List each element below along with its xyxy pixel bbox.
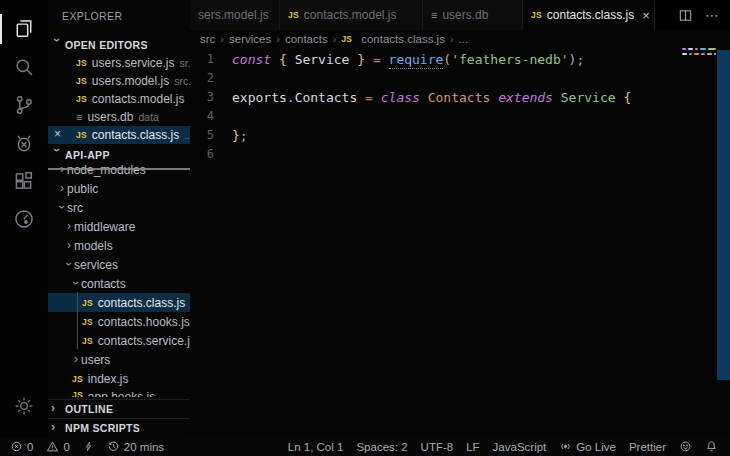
outline-section-header[interactable]: › OUTLINE — [48, 399, 190, 418]
editor-tab[interactable]: JScontacts.class.js× — [523, 0, 655, 30]
close-icon[interactable]: × — [54, 127, 61, 141]
tab-label: users.db — [442, 8, 488, 22]
open-editors-section-header[interactable]: › OPEN EDITORS — [48, 36, 190, 54]
status-item-bell[interactable] — [705, 440, 718, 453]
status-bar: 0020 mins Ln 1, Col 1Spaces: 2UTF-8LFJav… — [0, 437, 730, 456]
status-item-history[interactable]: 20 mins — [107, 440, 164, 453]
tree-item[interactable]: JSapp.hooks.js — [48, 388, 190, 397]
open-editor-item[interactable]: JScontacts.model.js... — [48, 90, 190, 108]
line-number: 4 — [190, 107, 232, 126]
editor-tab[interactable]: ≡users.db — [423, 0, 523, 30]
breadcrumb-item[interactable]: contacts — [285, 33, 328, 45]
database-file-icon: ≡ — [76, 111, 82, 123]
js-file-icon: JS — [76, 130, 87, 140]
tree-item-label: services — [74, 258, 118, 272]
tree-item[interactable]: ›models — [48, 236, 190, 255]
status-item[interactable]: UTF-8 — [421, 441, 454, 453]
tree-item-label: contacts — [81, 277, 126, 291]
tree-item[interactable]: ›users — [48, 350, 190, 369]
scrollbar[interactable] — [717, 50, 730, 380]
js-file-icon: JS — [76, 58, 87, 68]
vscode-window: EXPLORER › OPEN EDITORS JSusers.service.… — [0, 0, 730, 456]
chevron-down-icon: › — [51, 38, 63, 50]
activity-search-icon[interactable] — [0, 48, 48, 86]
tree-item[interactable]: JSindex.js — [48, 369, 190, 388]
tree-item-label: middleware — [74, 220, 135, 234]
breadcrumb-separator: › — [276, 33, 280, 45]
code-line: 2 — [190, 69, 730, 88]
tabs: sers.model.jsJScontacts.model.js≡users.d… — [190, 0, 655, 30]
chevron-right-icon: › — [51, 421, 63, 433]
breadcrumb-separator: › — [333, 33, 337, 45]
settings-gear-icon[interactable] — [0, 387, 48, 425]
breadcrumb: src›services›contacts›JScontacts.class.j… — [190, 30, 730, 48]
explorer-sidebar: EXPLORER › OPEN EDITORS JSusers.service.… — [48, 0, 190, 437]
tree-item[interactable]: JScontacts.hooks.js — [48, 312, 190, 331]
editor-tab[interactable]: JScontacts.model.js — [280, 0, 423, 30]
database-file-icon: ≡ — [431, 9, 437, 21]
file-tree: ›node_modules›public›src›middleware›mode… — [48, 160, 190, 397]
activity-source-control-icon[interactable] — [0, 86, 48, 124]
open-editor-label: users.model.js — [92, 74, 169, 88]
breadcrumb-item[interactable]: src — [200, 33, 215, 45]
code-editor[interactable]: 1const { Service } = require('feathers-n… — [190, 48, 730, 437]
activity-debug-icon[interactable] — [0, 124, 48, 162]
chevron-down-icon: › — [51, 148, 63, 160]
status-item[interactable]: Ln 1, Col 1 — [288, 441, 344, 453]
tree-item[interactable]: ›middleware — [48, 217, 190, 236]
status-item[interactable]: Prettier — [629, 441, 666, 453]
tree-item[interactable]: ›contacts — [48, 274, 190, 293]
activity-extensions-icon[interactable] — [0, 162, 48, 200]
js-file-icon: JS — [341, 34, 352, 44]
tree-item[interactable]: ›services — [48, 255, 190, 274]
tree-item[interactable]: ›src — [48, 198, 190, 217]
code-line: 4 — [190, 107, 730, 126]
status-item[interactable]: Spaces: 2 — [356, 441, 407, 453]
breadcrumb-item[interactable]: JScontacts.class.js — [341, 33, 445, 45]
status-item-warning[interactable]: 0 — [46, 440, 69, 453]
tree-item-label: src — [67, 201, 83, 215]
breadcrumb-separator: › — [450, 33, 454, 45]
open-editor-detail: src... — [174, 75, 190, 87]
open-editor-label: users.service.js — [92, 56, 175, 70]
open-editor-item[interactable]: ×JScontacts.class.js... — [48, 126, 190, 144]
breadcrumb-item[interactable]: services — [229, 33, 271, 45]
open-editor-item[interactable]: JSusers.model.jssrc... — [48, 72, 190, 90]
status-item-smiley[interactable] — [679, 440, 692, 453]
indent-guide — [77, 292, 78, 349]
activity-explorer-icon[interactable] — [0, 10, 48, 48]
status-item[interactable]: LF — [466, 441, 479, 453]
npm-scripts-section-header[interactable]: › NPM SCRIPTS — [48, 418, 190, 437]
tree-item-label: contacts.service.js — [98, 334, 190, 348]
editor-tab[interactable]: sers.model.js — [190, 0, 280, 30]
breadcrumb-separator: › — [220, 33, 224, 45]
chevron-right-icon: › — [51, 402, 63, 414]
chevron-down-icon: › — [56, 205, 68, 209]
line-number: 2 — [190, 69, 232, 88]
tree-item-label: index.js — [88, 372, 129, 386]
status-item-error[interactable]: 0 — [10, 440, 33, 453]
tree-item-label: contacts.class.js — [98, 296, 185, 310]
status-item-zap[interactable] — [83, 441, 94, 452]
line-number: 1 — [190, 50, 232, 69]
js-file-icon: JS — [76, 94, 87, 104]
breadcrumb-item[interactable]: ... — [459, 33, 469, 45]
js-file-icon: JS — [76, 76, 87, 86]
activity-time-tool-icon[interactable] — [0, 200, 48, 238]
more-actions-icon[interactable]: ⋯ — [705, 7, 720, 23]
minimap[interactable] — [682, 48, 716, 58]
tree-item[interactable]: ›public — [48, 179, 190, 198]
tree-item[interactable]: JScontacts.class.js — [48, 293, 190, 312]
status-item[interactable]: JavaScript — [493, 441, 547, 453]
line-number: 5 — [190, 126, 232, 145]
status-item-broadcast[interactable]: Go Live — [559, 440, 616, 453]
open-editor-item[interactable]: ≡users.dbdata — [48, 108, 190, 126]
open-editor-item[interactable]: JSusers.service.jssr... — [48, 54, 190, 72]
tree-item[interactable]: JScontacts.service.js — [48, 331, 190, 350]
split-editor-icon[interactable] — [678, 8, 693, 23]
line-number: 3 — [190, 88, 232, 107]
scroll-shadow-line — [48, 168, 190, 170]
open-editor-detail: sr... — [179, 57, 190, 69]
close-icon[interactable]: × — [642, 8, 650, 23]
chevron-right-icon: › — [67, 239, 71, 251]
